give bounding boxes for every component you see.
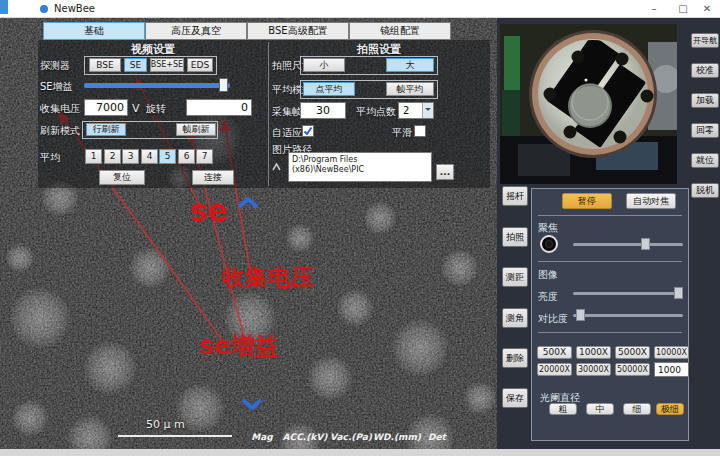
maximize-button[interactable]: □ [674, 1, 692, 16]
calibrate-button[interactable]: 校准 [691, 63, 719, 78]
panel-divider [268, 42, 269, 186]
average-4-button[interactable]: 4 [141, 149, 158, 164]
mag-input[interactable] [654, 362, 689, 377]
average-5-button[interactable]: 5 [159, 149, 176, 164]
aperture-fine-button[interactable]: 细 [623, 403, 651, 415]
status-header-wd: WD.(mm) [373, 432, 421, 442]
frame-refresh-button[interactable]: 帧刷新 [176, 123, 216, 136]
scale-bar-line [118, 435, 232, 437]
average-label: 平均 [40, 153, 60, 163]
dropdown-arrow-icon[interactable] [422, 103, 433, 118]
focus-slider[interactable] [573, 237, 683, 251]
scale-bar-label: 50 μ m [146, 418, 185, 431]
measure-distance-button[interactable]: 测距 [502, 267, 528, 287]
tab-hv-vacuum[interactable]: 高压及真空 [145, 22, 247, 40]
refresh-mode-label: 刷新模式 [40, 126, 80, 136]
point-average-button[interactable]: 点平均 [303, 82, 355, 96]
average-2-button[interactable]: 2 [104, 149, 121, 164]
focus-thumb[interactable] [641, 238, 650, 250]
window-accent [0, 0, 8, 14]
brightness-label: 亮度 [538, 290, 558, 304]
rotation-label: 旋转 [146, 104, 166, 114]
se-gain-thumb[interactable] [219, 78, 228, 92]
brightness-track[interactable] [573, 292, 683, 295]
reset-button[interactable]: 复位 [99, 170, 145, 185]
detector-bse-se-button[interactable]: BSE+SE [150, 58, 184, 72]
chamber-camera-view [500, 24, 677, 184]
autofocus-button[interactable]: 自动对焦 [626, 193, 676, 209]
focus-knob[interactable] [540, 235, 558, 253]
line-refresh-button[interactable]: 行刷新 [86, 123, 126, 136]
focus-track[interactable] [573, 243, 683, 246]
detector-eds-button[interactable]: EDS [187, 58, 213, 72]
mag-20000x-button[interactable]: 20000X [537, 363, 572, 376]
annotation-se-gain: se增益 [200, 334, 279, 358]
image-section-label: 图像 [538, 268, 558, 282]
browse-button[interactable]: ... [436, 164, 454, 180]
size-small-button[interactable]: 小 [303, 58, 345, 72]
load-button[interactable]: 加载 [691, 93, 719, 108]
aperture-medium-button[interactable]: 中 [586, 403, 614, 415]
save-button[interactable]: 保存 [502, 388, 528, 408]
frames-input[interactable] [300, 102, 346, 119]
title-bar: NewBee – □ ✕ [0, 0, 720, 18]
rotation-input[interactable] [186, 99, 252, 116]
contrast-track[interactable] [573, 314, 683, 317]
collect-voltage-input[interactable] [84, 99, 128, 116]
pause-button[interactable]: 暂停 [562, 193, 612, 209]
minimize-button[interactable]: – [645, 1, 663, 16]
measure-angle-button[interactable]: 测角 [502, 308, 528, 328]
mag-500x-button[interactable]: 500X [537, 346, 572, 359]
window-title: NewBee [54, 3, 95, 14]
in-position-button[interactable]: 就位 [691, 153, 719, 168]
aperture-coarse-button[interactable]: 粗 [549, 403, 577, 415]
contrast-thumb[interactable] [576, 309, 585, 321]
open-navigation-button[interactable]: 开导航 [691, 33, 719, 48]
average-7-button[interactable]: 7 [196, 149, 213, 164]
brightness-thumb[interactable] [674, 287, 683, 299]
frame-average-button[interactable]: 帧平均 [386, 82, 434, 96]
tab-basic[interactable]: 基础 [43, 22, 145, 40]
detector-bse-button[interactable]: BSE [89, 58, 121, 72]
adaptive-checkbox[interactable] [302, 125, 314, 137]
se-gain-track[interactable] [84, 83, 230, 88]
average-1-button[interactable]: 1 [85, 149, 102, 164]
status-header-acc: ACC.(kV) [281, 432, 329, 442]
imaging-control-panel: 暂停 自动对焦 聚焦 图像 亮度 对比度 500X 1000X 5000X 10… [531, 188, 689, 441]
connect-button[interactable]: 连接 [192, 170, 234, 185]
mag-5000x-button[interactable]: 5000X [615, 346, 650, 359]
aperture-extra-fine-button[interactable]: 极细 [656, 403, 684, 415]
check-icon [303, 126, 313, 136]
se-gain-label: SE增益 [40, 82, 73, 92]
mag-30000x-button[interactable]: 30000X [576, 363, 611, 376]
annotation-se: se [190, 196, 228, 226]
average-6-button[interactable]: 6 [178, 149, 195, 164]
tab-lens-config[interactable]: 镜组配置 [349, 22, 451, 40]
smooth-checkbox[interactable] [414, 125, 426, 137]
average-3-button[interactable]: 3 [122, 149, 139, 164]
tab-bse-advanced[interactable]: BSE高级配置 [247, 22, 349, 40]
status-header-vac: Vac.(Pa) [329, 432, 373, 442]
chevron-down-icon[interactable] [241, 398, 263, 410]
contrast-slider[interactable] [573, 308, 683, 322]
mag-1000x-button[interactable]: 1000X [576, 346, 611, 359]
joystick-button[interactable]: 摇杆 [502, 186, 528, 206]
size-large-button[interactable]: 大 [386, 58, 434, 72]
snapshot-button[interactable]: 拍照 [502, 227, 528, 247]
brightness-slider[interactable] [573, 286, 683, 300]
delete-button[interactable]: 删除 [502, 348, 528, 368]
offline-button[interactable]: 脱机 [691, 183, 719, 198]
divider [538, 261, 682, 262]
avg-points-select[interactable]: 2 [398, 102, 434, 119]
app-icon [40, 5, 48, 13]
se-gain-slider[interactable] [84, 78, 230, 92]
home-button[interactable]: 回零 [691, 123, 719, 138]
mag-50000x-button[interactable]: 50000X [615, 363, 650, 376]
photo-settings-title: 拍照设置 [268, 44, 490, 55]
image-path-box[interactable]: D:\Program Files (x86)\NewBee\PIC [288, 152, 432, 182]
mag-10000x-button[interactable]: 10000X [654, 346, 689, 359]
annotation-collect-voltage: 收集电压 [222, 266, 314, 289]
close-button[interactable]: ✕ [698, 1, 716, 16]
detector-se-button[interactable]: SE [124, 58, 147, 72]
chevron-up-icon[interactable] [237, 197, 259, 209]
